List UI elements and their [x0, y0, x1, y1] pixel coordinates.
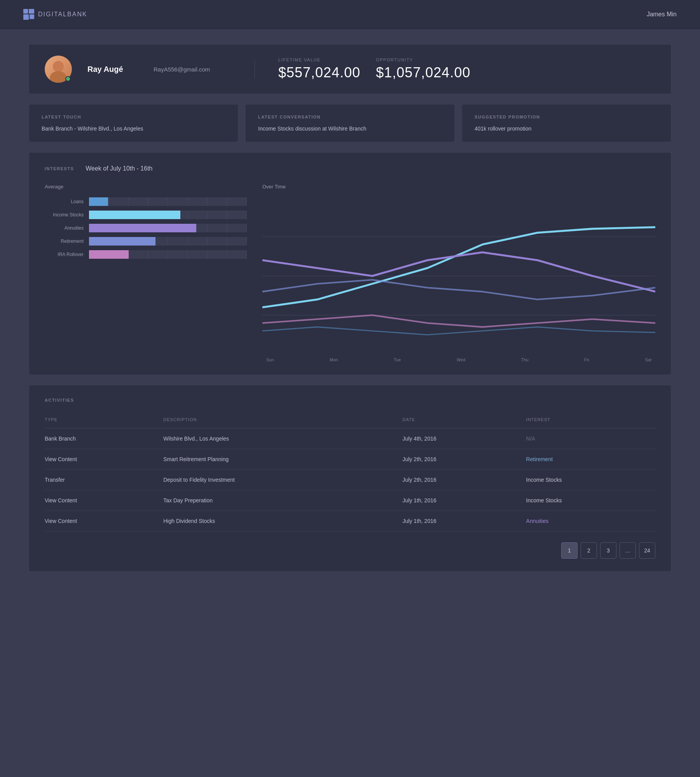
- logo-light: BANK: [67, 11, 87, 17]
- bar-grid-line: [208, 224, 227, 232]
- bar-grid-line: [168, 237, 188, 246]
- table-column-header: DATE: [403, 413, 526, 429]
- page-button[interactable]: 1: [561, 542, 578, 559]
- activity-description: Tax Day Preperation: [163, 490, 402, 511]
- bar-label: Income Stocks: [45, 212, 84, 218]
- page-button[interactable]: 2: [581, 542, 597, 559]
- activities-table: TYPEDESCRIPTIONDATEINTEREST Bank BranchW…: [45, 413, 655, 531]
- bar-grid-line: [129, 197, 148, 206]
- bar-grid-line: [208, 211, 227, 219]
- chart-x-label: Wed: [457, 357, 465, 362]
- chart-x-label: Thu: [521, 357, 529, 362]
- page-button[interactable]: …: [620, 542, 636, 559]
- svg-rect-0: [23, 9, 28, 14]
- activity-date: July 2th, 2016: [403, 449, 526, 470]
- svg-point-5: [50, 71, 67, 83]
- activity-interest: Retirement: [526, 449, 655, 470]
- activity-description: Deposit to Fidelity Investment: [163, 470, 402, 490]
- user-name: James Min: [647, 11, 677, 18]
- activity-interest: Income Stocks: [526, 470, 655, 490]
- bar-grid-line: [129, 250, 148, 259]
- pagination: 123…24: [45, 542, 655, 559]
- bar-grid-line: [208, 237, 227, 246]
- interests-title: INTERESTS: [45, 166, 74, 171]
- bar-grid-line: [227, 237, 247, 246]
- bar-grid-line: [227, 224, 247, 232]
- page-button[interactable]: 24: [639, 542, 655, 559]
- line-chart-container: Over Time: [262, 184, 655, 362]
- chart-x-label: Sun: [266, 357, 274, 362]
- table-header-row: TYPEDESCRIPTIONDATEINTEREST: [45, 413, 655, 429]
- bar-grid-line: [208, 250, 227, 259]
- chart-x-labels: SunMonTueWedThuFriSat: [262, 357, 655, 362]
- activity-description: Wilshire Blvd., Los Angeles: [163, 429, 402, 449]
- activity-date: July 4th, 2016: [403, 429, 526, 449]
- activity-type: Bank Branch: [45, 429, 163, 449]
- online-status-dot: [65, 76, 71, 82]
- bar-grid-line: [227, 250, 247, 259]
- bar-grid-line: [148, 197, 168, 206]
- bar-grid-line: [148, 250, 168, 259]
- over-time-label: Over Time: [262, 184, 655, 190]
- profile-card: Ray Augé RayA556@gmail.com LIFETIME VALU…: [29, 45, 671, 94]
- bar-grid: [89, 197, 247, 206]
- activity-type: Transfer: [45, 470, 163, 490]
- line-chart-svg: [262, 197, 655, 354]
- bar-row: Income Stocks: [45, 211, 247, 219]
- lifetime-value-block: LIFETIME VALUE $557,024.00: [278, 57, 360, 81]
- suggested-promotion-card: SUGGESTED PROMOTION 401k rollover promot…: [462, 105, 671, 142]
- activity-type: View Content: [45, 449, 163, 470]
- lifetime-value-amount: $557,024.00: [278, 64, 360, 81]
- activities-section: ACTIVITIES TYPEDESCRIPTIONDATEINTEREST B…: [29, 385, 671, 571]
- bar-track: [89, 197, 247, 206]
- activity-interest: Annuities: [526, 511, 655, 531]
- suggested-promotion-title: SUGGESTED PROMOTION: [475, 115, 658, 119]
- bar-chart: LoansIncome StocksAnnuitiesReitrementIRA…: [45, 197, 247, 259]
- lifetime-value-label: LIFETIME VALUE: [278, 57, 360, 62]
- bar-track: [89, 237, 247, 246]
- bar-row: Annuities: [45, 224, 247, 232]
- logo-icon: [23, 9, 34, 20]
- bar-grid-line: [168, 250, 188, 259]
- suggested-promotion-content: 401k rollover promotion: [475, 125, 658, 132]
- interest-tag: Income Stocks: [526, 497, 562, 503]
- interest-tag: Retirement: [526, 456, 553, 462]
- interests-header: INTERESTS Week of July 10th - 16th: [45, 165, 655, 172]
- page-button[interactable]: 3: [600, 542, 616, 559]
- table-row: View ContentHigh Dividend StocksJuly 1th…: [45, 511, 655, 531]
- profile-name: Ray Augé: [87, 65, 138, 74]
- svg-rect-1: [29, 9, 34, 14]
- activity-type: View Content: [45, 490, 163, 511]
- bar-fill: [89, 237, 155, 246]
- activity-date: July 1th, 2016: [403, 511, 526, 531]
- interests-section: INTERESTS Week of July 10th - 16th Avera…: [29, 153, 671, 375]
- interest-tag: Annuities: [526, 518, 549, 524]
- bar-label: Annuities: [45, 225, 84, 231]
- activity-date: July 1th, 2016: [403, 490, 526, 511]
- opportunity-block: OPPORTUNITY $1,057,024.00: [376, 57, 470, 81]
- profile-email: RayA556@gmail.com: [154, 66, 231, 73]
- bar-fill: [89, 211, 180, 219]
- chart-x-label: Tue: [394, 357, 401, 362]
- bar-track: [89, 211, 247, 219]
- bar-grid-line: [227, 197, 247, 206]
- latest-conversation-title: LATEST CONVERSATION: [258, 115, 442, 119]
- bar-grid-line: [227, 211, 247, 219]
- chart-x-label: Sat: [645, 357, 651, 362]
- bar-fill: [89, 224, 196, 232]
- bar-grid-line: [188, 211, 208, 219]
- bar-label: Loans: [45, 199, 84, 204]
- table-row: View ContentTax Day PreperationJuly 1th,…: [45, 490, 655, 511]
- activity-date: July 2th, 2016: [403, 470, 526, 490]
- charts-row: Average LoansIncome StocksAnnuitiesReitr…: [45, 184, 655, 362]
- latest-conversation-content: Income Stocks discussion at Wilshire Bra…: [258, 125, 442, 132]
- bar-chart-container: Average LoansIncome StocksAnnuitiesReitr…: [45, 184, 247, 362]
- svg-point-4: [53, 61, 64, 72]
- latest-conversation-card: LATEST CONVERSATION Income Stocks discus…: [246, 105, 454, 142]
- bar-row: IRA Rollover: [45, 250, 247, 259]
- bar-grid-line: [208, 197, 227, 206]
- interest-tag: Income Stocks: [526, 477, 562, 483]
- table-row: Bank BranchWilshire Blvd., Los AngelesJu…: [45, 429, 655, 449]
- info-cards-row: LATEST TOUCH Bank Branch - Wilshire Blvd…: [29, 105, 671, 142]
- activity-description: High Dividend Stocks: [163, 511, 402, 531]
